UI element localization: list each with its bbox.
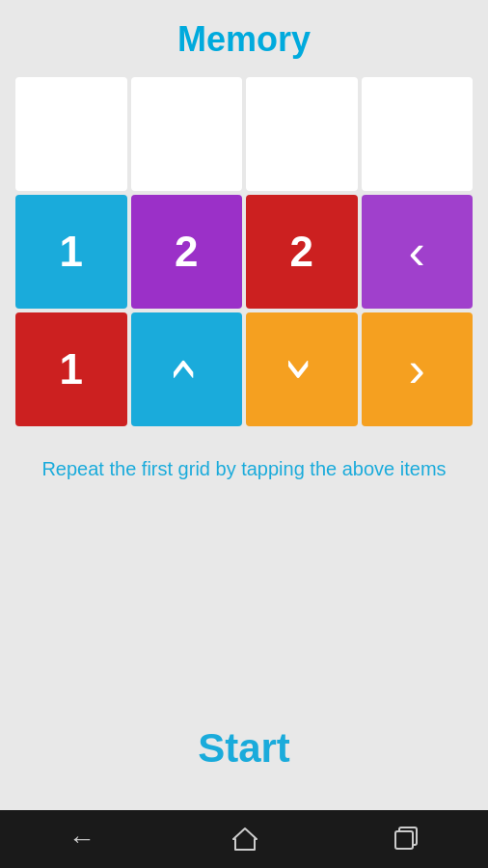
cell-label-bot-1: 1 xyxy=(60,345,83,393)
start-button[interactable]: Start xyxy=(198,725,290,772)
svg-rect-2 xyxy=(395,831,413,849)
grid-cell-top-2[interactable] xyxy=(131,77,243,191)
app-title: Memory xyxy=(177,19,311,60)
memory-grid: 1 2 2 1 xyxy=(15,77,473,426)
grid-cell-mid-3[interactable]: 2 xyxy=(246,195,358,309)
recents-nav-button[interactable] xyxy=(394,827,420,852)
back-nav-button[interactable]: ← xyxy=(68,824,95,854)
grid-cell-mid-1[interactable]: 1 xyxy=(15,195,127,309)
chevron-down-icon xyxy=(293,344,310,394)
svg-marker-0 xyxy=(233,828,257,850)
grid-cell-top-4[interactable] xyxy=(362,77,474,191)
grid-cell-mid-4[interactable] xyxy=(362,195,474,309)
grid-cell-bot-3[interactable] xyxy=(246,312,358,426)
chevron-right-icon xyxy=(409,344,425,394)
navigation-bar: ← xyxy=(0,810,488,868)
grid-cell-bot-4[interactable] xyxy=(362,312,474,426)
grid-cell-top-1[interactable] xyxy=(15,77,127,191)
grid-cell-bot-1[interactable]: 1 xyxy=(15,312,127,426)
chevron-up-icon xyxy=(178,344,195,394)
grid-top-row xyxy=(15,77,473,191)
instruction-text: Repeat the first grid by tapping the abo… xyxy=(41,455,446,482)
back-icon: ← xyxy=(68,824,95,854)
main-content: Memory 1 2 2 1 xyxy=(0,0,488,810)
grid-cell-mid-2[interactable]: 2 xyxy=(131,195,243,309)
cell-label-mid-1: 1 xyxy=(60,228,83,276)
cell-label-mid-2: 2 xyxy=(175,228,198,276)
grid-bottom-row: 1 xyxy=(15,312,473,426)
grid-cell-top-3[interactable] xyxy=(246,77,358,191)
grid-cell-bot-2[interactable] xyxy=(131,312,243,426)
recents-icon xyxy=(394,827,420,852)
grid-middle-row: 1 2 2 xyxy=(15,195,473,309)
cell-label-mid-3: 2 xyxy=(290,228,313,276)
chevron-left-icon xyxy=(409,227,425,277)
home-icon xyxy=(231,827,258,852)
home-nav-button[interactable] xyxy=(231,827,258,852)
